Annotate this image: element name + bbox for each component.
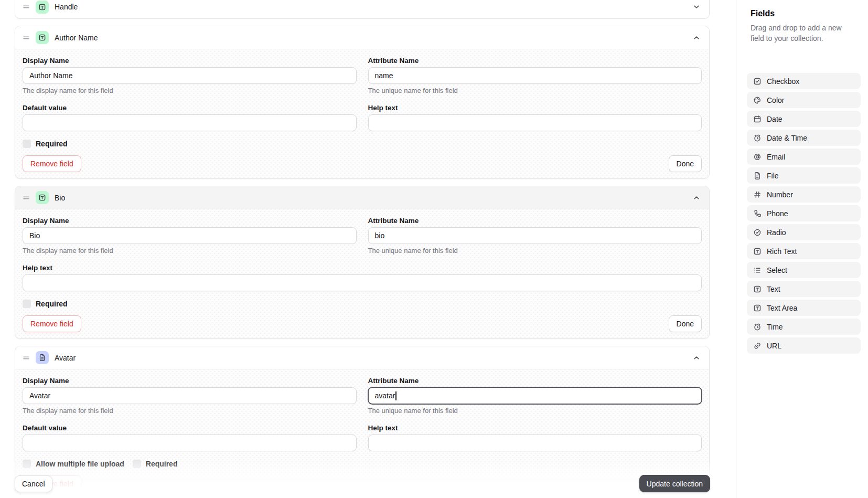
field-label: Display Name [23, 217, 357, 225]
required-checkbox[interactable] [23, 140, 31, 148]
field-card-title: Avatar [55, 354, 76, 362]
field-type-label: Checkbox [767, 77, 799, 86]
field-card-body: Display NameAvatarThe display name for t… [15, 369, 709, 498]
avatar-attribute-name-input[interactable]: avatar [368, 387, 702, 404]
field-label: Help text [368, 104, 702, 112]
field-type-color[interactable]: Color [747, 92, 861, 108]
update-collection-button[interactable]: Update collection [639, 475, 710, 492]
file-icon [38, 354, 46, 362]
field-type-url[interactable]: URL [747, 337, 861, 354]
field-label: Default value [23, 104, 357, 112]
chevron-up-icon[interactable] [692, 34, 701, 42]
drag-handle-icon[interactable] [22, 34, 30, 42]
avatar-help-text-input[interactable] [368, 435, 702, 451]
required-checkbox[interactable] [23, 300, 31, 308]
chevron-up-icon [692, 34, 701, 42]
field-card-header-handle[interactable]: Handle [15, 0, 709, 18]
field-card-body: Display NameAuthor NameThe display name … [15, 49, 709, 178]
field-group-bio-help-text: Help text [23, 264, 702, 291]
avatar-default-value-input[interactable] [23, 435, 357, 451]
text-field-type-icon [36, 1, 49, 14]
drag-handle-icon [22, 3, 30, 11]
bio-help-text-input[interactable] [23, 274, 702, 291]
field-helper-text: The unique name for this field [368, 407, 702, 415]
field-type-label: File [767, 172, 779, 180]
checkbox-item-allow-multiple-file-upload: Allow multiple file upload [23, 460, 124, 468]
field-type-label: Phone [767, 209, 788, 218]
field-group-avatar-attribute-name: Attribute NameavatarThe unique name for … [368, 377, 702, 415]
remove-field-button[interactable]: Remove field [23, 155, 81, 172]
text-area-icon [753, 304, 762, 312]
chevron-down-icon[interactable] [692, 3, 701, 11]
field-type-text-area[interactable]: Text Area [747, 300, 861, 316]
field-label: Help text [23, 264, 702, 272]
field-type-label: Text [767, 285, 780, 293]
allow-multiple-file-upload-checkbox[interactable] [23, 460, 31, 468]
chevron-up-icon [692, 354, 701, 362]
drag-handle-icon[interactable] [22, 354, 30, 362]
field-type-file[interactable]: File [747, 167, 861, 184]
field-type-radio[interactable]: Radio [747, 224, 861, 240]
field-type-label: Email [767, 153, 785, 161]
field-group-avatar-display-name: Display NameAvatarThe display name for t… [23, 377, 357, 415]
field-helper-text: The display name for this field [23, 247, 357, 255]
text-field-icon [38, 34, 46, 41]
field-card-author-name: Author NameDisplay NameAuthor NameThe di… [15, 26, 710, 179]
file-icon [753, 172, 762, 180]
field-type-number[interactable]: Number [747, 186, 861, 203]
sidebar-title: Fields [751, 9, 868, 18]
field-type-label: Rich Text [767, 247, 797, 256]
field-card-header-bio[interactable]: Bio [15, 186, 709, 209]
done-button[interactable]: Done [669, 155, 702, 172]
field-type-checkbox[interactable]: Checkbox [747, 73, 861, 89]
field-group-author-name-display-name: Display NameAuthor NameThe display name … [23, 57, 357, 94]
field-type-time[interactable]: Time [747, 319, 861, 335]
author-name-help-text-input[interactable] [368, 114, 702, 131]
field-label: Attribute Name [368, 377, 702, 385]
done-button[interactable]: Done [669, 315, 702, 332]
field-group-author-name-attribute-name: Attribute NamenameThe unique name for th… [368, 57, 702, 94]
cancel-button[interactable]: Cancel [15, 475, 52, 492]
checkbox-item-required: Required [23, 300, 68, 308]
field-card-title: Handle [55, 3, 78, 11]
drag-handle-icon[interactable] [22, 3, 30, 11]
field-helper-text: The unique name for this field [368, 247, 702, 255]
remove-field-button[interactable]: Remove field [23, 315, 81, 332]
field-type-text[interactable]: Text [747, 281, 861, 297]
author-name-attribute-name-input[interactable]: name [368, 67, 702, 84]
bio-display-name-input[interactable]: Bio [23, 227, 357, 244]
chevron-up-icon [692, 194, 701, 202]
author-name-display-name-input[interactable]: Author Name [23, 67, 357, 84]
field-type-email[interactable]: Email [747, 149, 861, 165]
url-icon [753, 342, 762, 350]
field-label: Default value [23, 424, 357, 432]
field-group-avatar-default-value: Default value [23, 424, 357, 451]
author-name-default-value-input[interactable] [23, 114, 357, 131]
field-card-header-avatar[interactable]: Avatar [15, 346, 709, 369]
field-type-label: Radio [767, 228, 786, 237]
field-type-select[interactable]: Select [747, 262, 861, 278]
field-type-date-time[interactable]: Date & Time [747, 130, 861, 146]
required-checkbox[interactable] [133, 460, 141, 468]
time-icon [753, 323, 762, 331]
text-cursor [395, 391, 397, 400]
field-helper-text: The unique name for this field [368, 87, 702, 94]
field-type-rich-text[interactable]: Rich Text [747, 243, 861, 259]
field-card-header-author-name[interactable]: Author Name [15, 26, 709, 49]
field-group-author-name-help-text: Help text [368, 104, 702, 131]
field-type-label: URL [767, 342, 781, 350]
drag-handle-icon[interactable] [22, 194, 30, 202]
checkbox-item-required: Required [23, 140, 68, 148]
field-card-avatar: AvatarDisplay NameAvatarThe display name… [15, 346, 710, 498]
bio-attribute-name-input[interactable]: bio [368, 227, 702, 244]
field-type-label: Number [767, 190, 793, 199]
chevron-up-icon[interactable] [692, 194, 701, 202]
avatar-display-name-input[interactable]: Avatar [23, 387, 357, 404]
field-card-handle: Handle [15, 0, 710, 19]
checkbox-label: Allow multiple file upload [36, 460, 124, 468]
field-type-phone[interactable]: Phone [747, 205, 861, 221]
date-time-icon [753, 134, 762, 142]
field-type-label: Date & Time [767, 134, 807, 142]
field-type-date[interactable]: Date [747, 111, 861, 127]
chevron-up-icon[interactable] [692, 354, 701, 362]
